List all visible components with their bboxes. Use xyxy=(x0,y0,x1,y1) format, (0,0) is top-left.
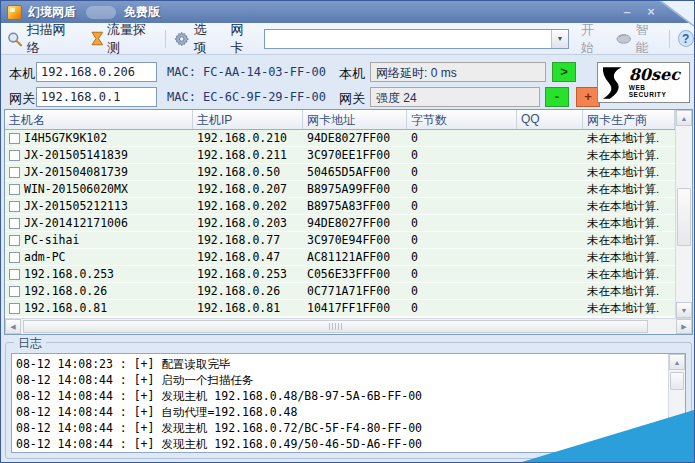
cell-hostname: JX-201505212113 xyxy=(24,199,128,213)
title-watermark xyxy=(86,6,116,19)
mouse-icon xyxy=(616,33,631,44)
cell-nic-vendor: 未在本地计算. xyxy=(583,130,675,146)
cell-nic-vendor: 未在本地计算. xyxy=(583,283,675,299)
scroll-down-icon[interactable]: ▼ xyxy=(676,302,692,318)
80sec-logo-text: 80sec xyxy=(629,67,685,83)
log-line: 08-12 14:08:23 : [+] 配置读取完毕 xyxy=(16,356,664,372)
table-vertical-scrollbar[interactable]: ▲ ▼ xyxy=(675,110,692,318)
row-checkbox[interactable] xyxy=(9,218,20,229)
toolbar-separator xyxy=(669,30,670,48)
scroll-right-icon[interactable]: ▶ xyxy=(676,319,692,334)
start-button[interactable]: 开始 xyxy=(581,21,606,57)
cell-bytes: 0 xyxy=(407,164,517,180)
cell-bytes: 0 xyxy=(407,232,517,248)
cell-bytes: 0 xyxy=(407,249,517,265)
table-row[interactable]: PC-sihai 192.168.0.77 3C970E94FF00 0 未在本… xyxy=(5,232,675,249)
cell-nic-address: 3C970E94FF00 xyxy=(303,232,407,248)
row-checkbox[interactable] xyxy=(9,303,20,314)
cell-nic-address: B8975A83FF00 xyxy=(303,198,407,214)
table-row[interactable]: 192.168.0.26 192.168.0.26 0C771A71FF00 0… xyxy=(5,283,675,300)
row-checkbox[interactable] xyxy=(9,269,20,280)
column-header-host-ip[interactable]: 主机IP xyxy=(193,110,303,129)
smart-mode-button[interactable]: 智能 xyxy=(616,21,660,57)
log-line: 08-12 14:08:44 : [+] 发现主机 192.168.0.48/B… xyxy=(16,388,664,404)
strength-minus-button[interactable]: - xyxy=(545,87,569,107)
gateway-mac-text: MAC: EC-6C-9F-29-FF-00 xyxy=(167,90,326,104)
column-header-qq[interactable]: QQ xyxy=(517,110,583,129)
nic-label: 网卡 xyxy=(231,21,256,57)
vertical-scroll-thumb[interactable] xyxy=(677,188,691,246)
cell-qq xyxy=(517,232,583,248)
table-row[interactable]: 192.168.0.81 192.168.0.81 10417FF1FF00 0… xyxy=(5,300,675,317)
app-window: 幻境网盾 免费版 – × 扫描网络 流量探测 选项 网卡 ▼ 开始 xyxy=(0,0,695,463)
help-icon[interactable]: ? xyxy=(678,30,694,47)
cell-qq xyxy=(517,198,583,214)
minimize-icon[interactable]: – xyxy=(620,5,634,19)
log-line: 08-12 14:08:44 : [+] 启动一个扫描任务 xyxy=(16,372,664,388)
traffic-probe-label: 流量探测 xyxy=(107,21,157,57)
cell-nic-vendor: 未在本地计算. xyxy=(583,266,675,282)
column-header-nic-vendor[interactable]: 网卡生产商 xyxy=(583,110,675,129)
cell-nic-address: C056E33FFF00 xyxy=(303,266,407,282)
cell-qq xyxy=(517,283,583,299)
scroll-up-icon[interactable]: ▲ xyxy=(676,110,692,126)
table-row[interactable]: adm-PC 192.168.0.47 AC81121AFF00 0 未在本地计… xyxy=(5,249,675,266)
cell-nic-address: 10417FF1FF00 xyxy=(303,300,407,316)
table-row[interactable]: JX-201505141839 192.168.0.211 3C970EE1FF… xyxy=(5,147,675,164)
cell-hostname: 192.168.0.26 xyxy=(24,284,107,298)
options-button[interactable]: 选项 xyxy=(174,21,218,57)
table-header-row: 主机名 主机IP 网卡地址 字节数 QQ 网卡生产商 xyxy=(5,110,675,130)
log-title: 日志 xyxy=(14,335,46,352)
80sec-logo: 80sec WEB SECURITY xyxy=(597,62,690,103)
toolbar: 扫描网络 流量探测 选项 网卡 ▼ 开始 智能 ? xyxy=(1,23,694,55)
cell-hostname: I4H5G7K9K102 xyxy=(24,131,107,145)
row-checkbox[interactable] xyxy=(9,167,20,178)
latency-field: 网络延时: 0 ms xyxy=(370,62,546,82)
column-header-nic-address[interactable]: 网卡地址 xyxy=(303,110,407,129)
app-icon xyxy=(7,5,22,20)
scroll-left-icon[interactable]: ◀ xyxy=(5,319,21,334)
cell-host-ip: 192.168.0.207 xyxy=(193,181,303,197)
cell-bytes: 0 xyxy=(407,300,517,316)
info-panel: 本机 192.168.0.206 MAC: FC-AA-14-03-FF-00 … xyxy=(1,56,694,109)
row-checkbox[interactable] xyxy=(9,133,20,144)
hourglass-icon xyxy=(91,31,104,46)
cell-nic-address: B8975A99FF00 xyxy=(303,181,407,197)
cell-hostname: JX-201412171006 xyxy=(24,216,128,230)
row-checkbox[interactable] xyxy=(9,201,20,212)
close-icon[interactable]: × xyxy=(644,5,658,19)
table-horizontal-scrollbar[interactable]: ◀ ▶ xyxy=(5,318,692,334)
nic-combobox[interactable]: ▼ xyxy=(264,29,569,49)
table-row[interactable]: I4H5G7K9K102 192.168.0.210 94DE8027FF00 … xyxy=(5,130,675,147)
cell-qq xyxy=(517,266,583,282)
row-checkbox[interactable] xyxy=(9,235,20,246)
table-row[interactable]: JX-201412171006 192.168.0.203 94DE8027FF… xyxy=(5,215,675,232)
cell-host-ip: 192.168.0.253 xyxy=(193,266,303,282)
cell-qq xyxy=(517,147,583,163)
row-checkbox[interactable] xyxy=(9,286,20,297)
row-checkbox[interactable] xyxy=(9,252,20,263)
local-ip-input[interactable]: 192.168.0.206 xyxy=(36,62,157,82)
search-icon xyxy=(7,31,22,47)
local-mac-text: MAC: FC-AA-14-03-FF-00 xyxy=(167,65,326,79)
scroll-up-icon[interactable]: ▲ xyxy=(669,354,685,370)
row-checkbox[interactable] xyxy=(9,184,20,195)
cell-qq xyxy=(517,130,583,146)
scan-network-button[interactable]: 扫描网络 xyxy=(7,21,77,57)
table-row[interactable]: WIN-201506020MX 192.168.0.207 B8975A99FF… xyxy=(5,181,675,198)
column-header-hostname[interactable]: 主机名 xyxy=(5,110,193,129)
traffic-probe-button[interactable]: 流量探测 xyxy=(91,21,158,57)
row-checkbox[interactable] xyxy=(9,150,20,161)
table-row[interactable]: JX-201505212113 192.168.0.202 B8975A83FF… xyxy=(5,198,675,215)
cell-bytes: 0 xyxy=(407,283,517,299)
cell-nic-vendor: 未在本地计算. xyxy=(583,300,675,316)
go-button[interactable]: > xyxy=(552,62,576,82)
table-row[interactable]: JX-201504081739 192.168.0.50 50465D5AFF0… xyxy=(5,164,675,181)
horizontal-scroll-thumb[interactable] xyxy=(23,320,648,333)
cell-nic-address: 94DE8027FF00 xyxy=(303,130,407,146)
chevron-down-icon[interactable]: ▼ xyxy=(551,30,568,48)
log-scroll-thumb[interactable] xyxy=(670,372,684,390)
column-header-bytes[interactable]: 字节数 xyxy=(407,110,517,129)
gateway-ip-input[interactable]: 192.168.0.1 xyxy=(36,87,157,107)
table-row[interactable]: 192.168.0.253 192.168.0.253 C056E33FFF00… xyxy=(5,266,675,283)
